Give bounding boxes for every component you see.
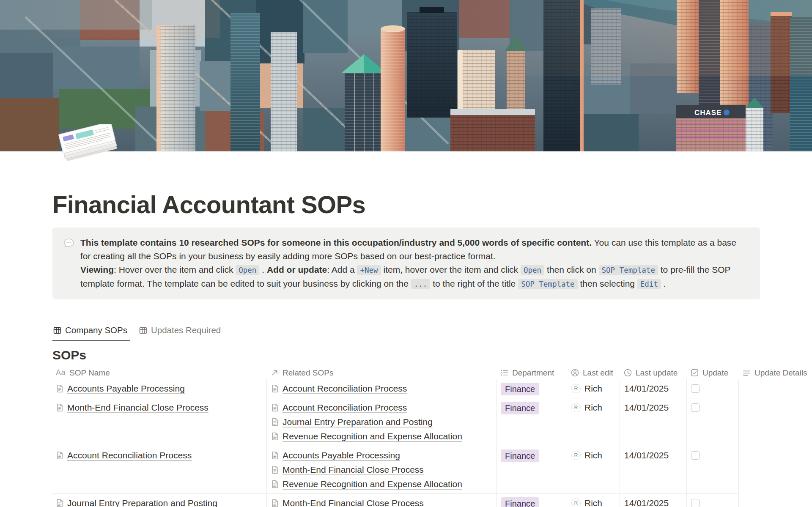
last-edit-cell: RRich (567, 446, 620, 494)
department-cell: Finance (496, 446, 567, 494)
avatar: R (571, 451, 581, 460)
column-header-sop-name[interactable]: AaSOP Name (52, 367, 266, 379)
sop-name-line: Accounts Payable Processing (56, 381, 262, 396)
inline-code: SOP Template (518, 279, 577, 289)
inline-code: Open (521, 265, 544, 275)
department-tag: Finance (501, 402, 539, 414)
page-link[interactable]: Journal Entry Preparation and Posting (283, 417, 433, 427)
editor-name: Rich (584, 384, 602, 394)
page-link[interactable]: Accounts Payable Processing (283, 450, 400, 460)
page-link[interactable]: Account Reconciliation Process (67, 450, 192, 460)
related-sop-line: Month-End Financial Close Process (271, 496, 492, 507)
related-sop-line: Account Reconciliation Process (271, 400, 492, 415)
update-cell (686, 494, 738, 507)
page-link[interactable]: Month-End Financial Close Process (67, 403, 208, 413)
column-label: Department (512, 368, 554, 378)
department-tag: Finance (501, 497, 539, 507)
last-edit-cell: RRich (567, 398, 620, 446)
instructions-callout: This template contains 10 researched SOP… (52, 227, 760, 299)
document-icon (271, 432, 279, 441)
tab-updates-required[interactable]: Updates Required (138, 322, 223, 341)
column-label: Update (702, 368, 728, 378)
related-sop-line: Journal Entry Preparation and Posting (271, 415, 492, 429)
inline-code: SOP Template (599, 265, 658, 275)
page-link[interactable]: Revenue Recognition and Expense Allocati… (283, 479, 462, 489)
related-sops-cell: Account Reconciliation Process (266, 379, 496, 398)
inline-code: Open (236, 265, 259, 275)
page-link[interactable]: Journal Entry Preparation and Posting (67, 498, 217, 507)
column-header-update[interactable]: Update (686, 367, 738, 379)
column-header-last-update[interactable]: Last update (620, 367, 686, 379)
sop-name-line: Month-End Financial Close Process (56, 400, 262, 415)
last-update-date: 14/01/2025 (624, 384, 669, 393)
document-icon (56, 499, 63, 507)
update-checkbox[interactable] (691, 499, 700, 507)
sop-name-cell: Month-End Financial Close Process (52, 398, 266, 446)
update-checkbox[interactable] (691, 384, 700, 393)
update-details-cell (738, 446, 812, 494)
department-cell: Finance (496, 494, 567, 507)
update-checkbox[interactable] (691, 451, 700, 460)
page-title[interactable]: Financial Accountant SOPs (52, 190, 812, 219)
column-label: Update Details (754, 368, 807, 378)
callout-paragraph: Viewing: Hover over the item and click O… (80, 263, 749, 291)
database-title: SOPs (52, 348, 812, 362)
avatar: R (571, 384, 581, 393)
inline-code: ... (411, 279, 431, 289)
page-link[interactable]: Accounts Payable Processing (67, 384, 185, 394)
database-view-tabs: Company SOPsUpdates Required (52, 321, 812, 341)
document-icon (56, 451, 63, 460)
update-cell (686, 398, 738, 446)
text-lines-icon (743, 369, 751, 377)
editor: RRich (571, 400, 615, 415)
document-icon (271, 451, 279, 460)
callout-text: This template contains 10 researched SOP… (80, 236, 749, 291)
document-icon (271, 403, 279, 412)
editor: RRich (571, 381, 615, 396)
table-row: Accounts Payable ProcessingAccount Recon… (52, 379, 812, 398)
inline-code: +New (357, 265, 381, 275)
avatar: R (571, 403, 581, 412)
column-label: Last edit (583, 368, 613, 378)
avatar: R (571, 499, 581, 507)
sop-name-cell: Accounts Payable Processing (52, 379, 266, 398)
table-view-icon (53, 326, 61, 334)
inline-code: Edit (637, 279, 661, 289)
document-icon (56, 384, 63, 393)
last-update-date: 14/01/2025 (624, 450, 669, 460)
column-header-department[interactable]: Department (496, 367, 567, 379)
page-link[interactable]: Account Reconciliation Process (283, 403, 407, 413)
page-link[interactable]: Month-End Financial Close Process (283, 465, 424, 475)
page-link[interactable]: Account Reconciliation Process (283, 384, 407, 394)
checkbox-property-icon (691, 369, 699, 377)
column-header-related-sops[interactable]: Related SOPs (266, 367, 496, 379)
sop-name-line: Account Reconciliation Process (56, 448, 262, 463)
sop-name-line: Journal Entry Preparation and Posting (56, 496, 262, 507)
sop-name-cell: Journal Entry Preparation and Posting (52, 494, 266, 507)
table-row: Month-End Financial Close ProcessAccount… (52, 398, 812, 446)
tab-label: Company SOPs (65, 325, 127, 335)
last-update-date: 14/01/2025 (624, 498, 669, 507)
last-update-cell: 14/01/2025 (620, 379, 686, 398)
update-cell (686, 379, 738, 398)
related-sop-line: Month-End Financial Close Process (271, 463, 492, 477)
related-sop-line: Revenue Recognition and Expense Allocati… (271, 429, 492, 444)
page-icon-paper-stack[interactable] (57, 124, 124, 168)
page-link[interactable]: Month-End Financial Close Process (283, 498, 424, 507)
column-header-update-details[interactable]: Update Details (738, 367, 812, 379)
related-sop-line: Revenue Recognition and Expense Allocati… (271, 477, 492, 491)
related-sops-cell: Month-End Financial Close Process (266, 494, 496, 507)
document-icon (271, 466, 279, 474)
column-label: Related SOPs (283, 368, 333, 378)
table-header-row: AaSOP NameRelated SOPsDepartmentLast edi… (52, 367, 812, 379)
document-icon (271, 499, 279, 507)
update-checkbox[interactable] (691, 403, 700, 412)
speech-bubble-icon (63, 236, 75, 291)
column-header-last-edit[interactable]: Last edit (567, 367, 620, 379)
page-link[interactable]: Revenue Recognition and Expense Allocati… (283, 431, 462, 441)
tab-company-sops[interactable]: Company SOPs (52, 322, 130, 341)
paper-stack-icon (57, 124, 124, 168)
last-update-cell: 14/01/2025 (620, 398, 686, 446)
editor: RRich (571, 448, 615, 463)
update-details-cell (738, 494, 812, 507)
